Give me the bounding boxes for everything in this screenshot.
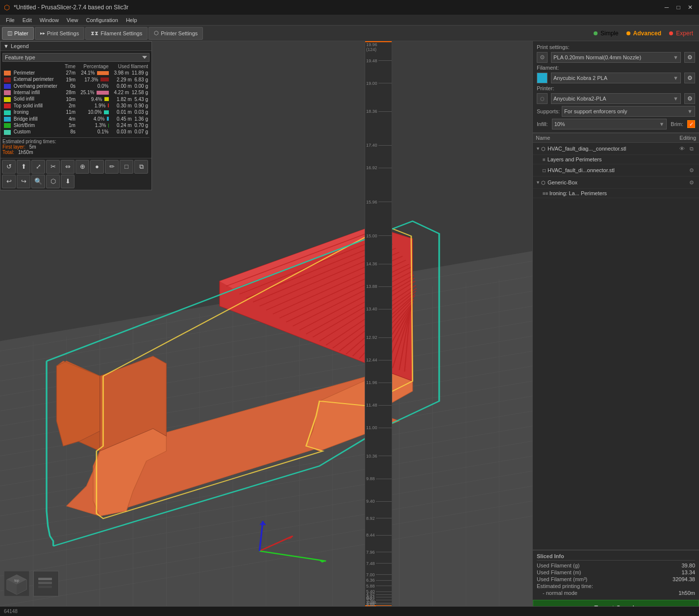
gear-button-box[interactable]: ⚙ (687, 178, 696, 187)
minimize-button[interactable]: ─ (662, 2, 672, 12)
profile-edit-btn[interactable]: ⚙ (684, 52, 695, 63)
tree-item-hvac-sub[interactable]: □ HVAC_fault_di...onnector.stl ⚙ (533, 164, 699, 177)
tree-col-name: Name (536, 135, 667, 141)
item-icon-hvac: ⬡ (541, 146, 546, 152)
tree-item-ironing[interactable]: ≡≡ Ironing: La... Perimeters (533, 189, 699, 198)
toolbar-btn-sla[interactable]: □ (120, 160, 133, 174)
legend-header[interactable]: ▼ Legend (0, 42, 151, 51)
toolbar-btn-search[interactable]: 🔍 (31, 175, 45, 188)
scale-label-18: 8.92 (365, 516, 375, 521)
toolbar-btn-rotate[interactable]: ↺ (2, 160, 16, 174)
filament-color-swatch (537, 73, 548, 83)
toolbar-btn-redo[interactable]: ↪ (17, 175, 30, 188)
scale-tick-13 (378, 405, 392, 406)
tab-printer-settings[interactable]: ⬡ Printer Settings (149, 27, 203, 40)
view-cube[interactable]: top (4, 571, 29, 596)
filament-dropdown[interactable]: Anycubic Kobra 2 PLA ▼ (551, 73, 681, 83)
scale-tick-1 (378, 83, 392, 83)
gear-button-hvac-sub[interactable]: ⚙ (687, 166, 696, 175)
infill-dropdown[interactable]: 10% ▼ (552, 119, 667, 129)
print-profile-dropdown[interactable]: PLA 0.20mm Normal(0.4mm Nozzle) ▼ (551, 52, 681, 63)
toolbar-btn-undo[interactable]: ↩ (2, 175, 16, 188)
scale-tick-9 (378, 309, 392, 309)
toolbar-btn-support[interactable]: ⊕ (75, 160, 89, 174)
scale-tick-18 (376, 518, 392, 518)
object-tree: Name Editing ▼ ⬡ HVAC_fault_diag..._conn… (533, 133, 699, 550)
printer-edit-btn[interactable]: ⚙ (684, 93, 695, 104)
legend-row-time: 2m (62, 103, 77, 109)
menu-view[interactable]: View (63, 15, 82, 26)
scale-tick-15 (378, 456, 392, 456)
scale-mark: 5.88 (365, 584, 392, 589)
scale-tick-20 (376, 552, 392, 552)
legend-row-filament: 0.03 m 0.07 g (110, 128, 150, 135)
legend-row-time: 4m (62, 116, 77, 122)
scale-tick-14 (378, 428, 392, 428)
printer-dropdown-arrow: ▼ (673, 96, 678, 102)
legend-row-label: Perimeter (2, 70, 62, 76)
scale-mark: 11.96 (365, 380, 392, 385)
toolbar-btn-move[interactable]: ⤢ (31, 160, 45, 174)
feature-type-row[interactable]: Feature type (2, 53, 150, 62)
close-button[interactable]: ✕ (685, 2, 695, 12)
tab-print-settings[interactable]: ▸▸ Print Settings (35, 27, 84, 40)
scale-label-23: 6.36 (365, 578, 375, 583)
plater-icon: ◫ (7, 30, 12, 36)
color-swatch-5 (4, 103, 11, 108)
legend-row-filament: 2.29 m 6.83 g (110, 76, 150, 82)
brim-checkbox[interactable]: ✓ (687, 120, 695, 128)
legend-row: Custom 8s 0.1% 0.03 m 0.07 g (2, 128, 150, 135)
menu-window[interactable]: Window (36, 15, 63, 26)
toolbar-btn-cut[interactable]: ✂ (46, 160, 60, 174)
toolbar-btn-seam[interactable]: ● (90, 160, 104, 174)
legend-row-filament: 0.01 m 0.03 g (110, 109, 150, 115)
legend-row-filament: 0.24 m 0.70 g (110, 122, 150, 128)
bar-3 (97, 91, 109, 95)
tree-item-generic-box[interactable]: ▼ ⬡ Generic-Box ⚙ (533, 177, 699, 189)
toolbar-btn-down[interactable]: ⬇ (61, 175, 75, 188)
tab-plater[interactable]: ◫ Plater (2, 27, 34, 40)
item-actions-hvac: 👁 ⧉ (677, 144, 696, 153)
toolbar-btn-mirror[interactable]: ⇔ (61, 160, 75, 174)
legend-row-pct: 17.3% (77, 76, 110, 82)
scale-tick-12 (378, 383, 392, 383)
tree-item-layers[interactable]: ≡ Layers and Perimeters (533, 155, 699, 164)
menu-configuration[interactable]: Configuration (82, 15, 122, 26)
scale-top-val: 19.96 (366, 42, 377, 47)
supports-dropdown[interactable]: For support enforcers only ▼ (562, 106, 695, 117)
legend-row: Solid infill 10m 9.4% 1.82 m 5.43 g (2, 96, 150, 102)
expand-arrow-box: ▼ (536, 180, 540, 185)
scale-bot-val: -0.44 (366, 600, 376, 605)
mode-advanced-button[interactable]: Advanced (624, 29, 663, 38)
menu-edit[interactable]: Edit (19, 15, 36, 26)
legend-body: Feature type Time Percentage Used filame… (0, 51, 151, 158)
toolbar-btn-3d[interactable]: ⬡ (46, 175, 60, 188)
menu-bar: File Edit Window View Configuration Help (0, 15, 699, 26)
color-swatch-6 (4, 110, 11, 115)
mode-expert-dot (669, 31, 673, 35)
tab-filament-settings[interactable]: ⧗⧗ Filament Settings (85, 27, 148, 40)
item-icon-box: ⬡ (541, 180, 546, 185)
bar-0 (97, 71, 109, 75)
copy-button-hvac[interactable]: ⧉ (687, 144, 696, 153)
toolbar-btn-modifier[interactable]: ✏ (105, 160, 119, 174)
printer-icon-box: ⬡ (537, 93, 548, 104)
scale-label-11: 12.44 (365, 358, 377, 362)
viewport-area[interactable]: ▼ Legend Feature type Time Percentage Us… (0, 41, 532, 616)
printer-dropdown[interactable]: Anycubic Kobra2-PLA ▼ (551, 93, 681, 104)
item-icon-layers: ≡ (543, 157, 546, 162)
sliced-header: Sliced Info (537, 553, 695, 561)
menu-help[interactable]: Help (122, 15, 141, 26)
mode-simple-button[interactable]: Simple (592, 29, 621, 38)
toolbar-btn-arrange[interactable]: ⧉ (134, 160, 148, 174)
mode-expert-button[interactable]: Expert (667, 29, 695, 38)
item-label-box: Generic-Box (548, 180, 687, 185)
eye-button-hvac[interactable]: 👁 (677, 144, 686, 153)
toolbar-btn-scale[interactable]: ⬆ (17, 160, 30, 174)
maximize-button[interactable]: □ (674, 2, 683, 12)
menu-file[interactable]: File (2, 15, 19, 26)
layers-view-button[interactable] (33, 571, 59, 596)
filament-edit-btn[interactable]: ⚙ (684, 73, 695, 83)
tree-item-hvac-connector[interactable]: ▼ ⬡ HVAC_fault_diag..._connector.stl 👁 ⧉ (533, 143, 699, 155)
scale-label-17: 9.40 (365, 499, 375, 504)
